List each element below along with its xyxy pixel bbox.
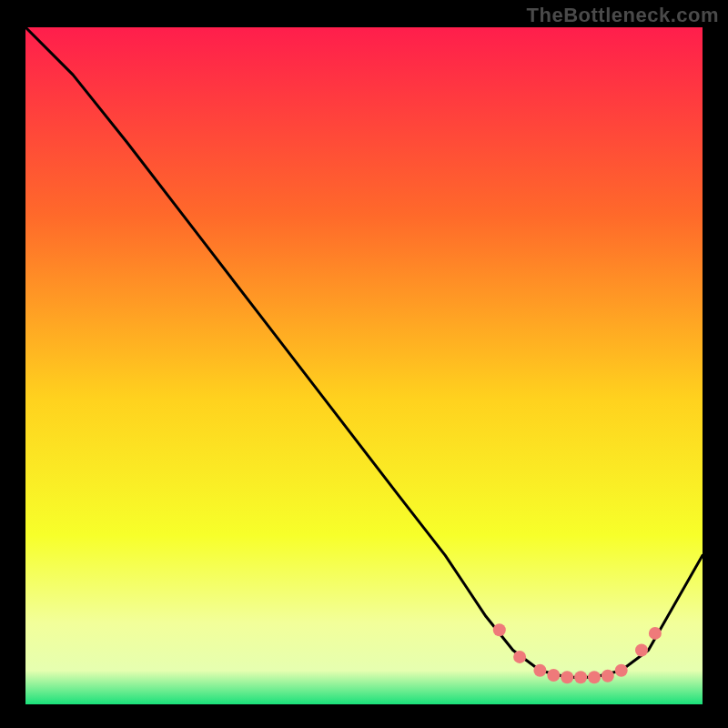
highlight-dot (574, 671, 587, 683)
highlight-dot (602, 670, 614, 682)
highlight-dot (533, 664, 546, 677)
highlight-dot (561, 671, 573, 683)
highlight-dot (615, 664, 628, 677)
bottleneck-curve (25, 27, 703, 677)
highlight-dot (493, 623, 506, 636)
highlight-dot (635, 644, 648, 657)
curve-layer (25, 27, 703, 704)
highlight-dot (649, 627, 662, 640)
highlight-dot (513, 651, 526, 663)
chart-frame: TheBottleneck.com (0, 0, 728, 728)
watermark-text: TheBottleneck.com (527, 4, 719, 27)
highlight-dot (547, 669, 560, 682)
highlight-dots (493, 623, 662, 683)
highlight-dot (588, 671, 601, 683)
plot-area (25, 27, 703, 704)
